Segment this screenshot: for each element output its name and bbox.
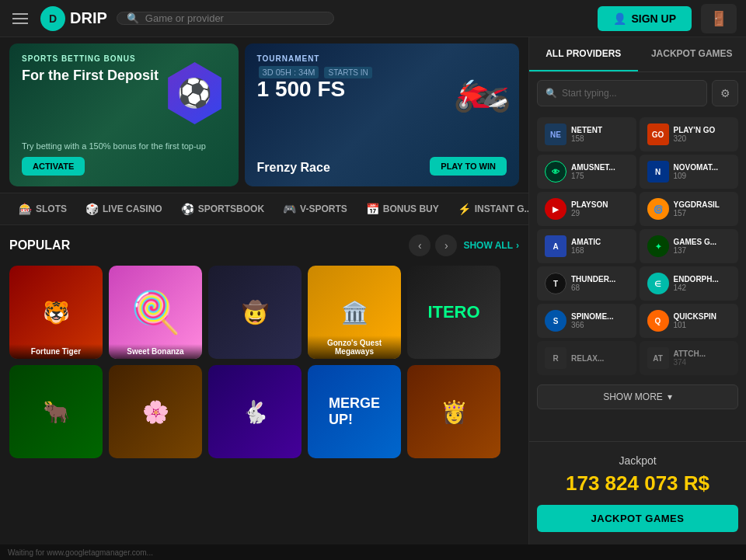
banner-tournament[interactable]: TOURNAMENT 3D 05H : 34M STARTS IN 1 500 … [245, 43, 519, 186]
amatic-logo: A [545, 235, 566, 257]
game-card-bg: 🌸 [109, 365, 202, 458]
game-card-bg: MERGEUP! [308, 365, 401, 458]
gamesglobal-name: GAMES G... [674, 238, 731, 246]
tab-all-providers[interactable]: ALL PROVIDERS [529, 37, 638, 71]
tab-bonus-buy[interactable]: 📅 BONUS BUY [357, 198, 448, 220]
signup-button[interactable]: 👤 SIGN UP [598, 6, 692, 31]
login-button[interactable]: 🚪 [701, 4, 737, 33]
playson-name: PLAYSON [571, 200, 629, 209]
instant-games-icon: ⚡ [458, 203, 471, 215]
yggdrasil-count: 157 [674, 209, 731, 217]
provider-gamesglobal[interactable]: ✦ GAMES G... 137 [640, 229, 739, 263]
banner-2-timer: 3D 05H : 34M STARTS IN [257, 68, 372, 77]
provider-thunderkick[interactable]: T THUNDER... 68 [537, 266, 636, 301]
tab-vsports[interactable]: 🎮 V-SPORTS [274, 198, 357, 220]
provider-spinomenal[interactable]: S SPINOME... 366 [537, 304, 636, 338]
game-card-fortune-rabbit[interactable]: 🐇 [208, 365, 302, 458]
game-card-bg: ITERO [407, 266, 500, 359]
provider-relax[interactable]: R RELAX... [537, 341, 636, 375]
filter-button[interactable]: ⚙ [712, 80, 738, 106]
provider-search-field[interactable]: 🔍 Start typing... [537, 80, 707, 106]
banner-2-amount: 1 500 FS [257, 77, 372, 102]
search-icon: 🔍 [127, 12, 139, 24]
playngo-name: PLAY'N GO [674, 126, 731, 134]
provider-attach[interactable]: AT ATTCH... 374 [640, 341, 739, 375]
banner-2-title: Frenzy Race [257, 161, 330, 175]
playngo-count: 320 [674, 134, 731, 143]
games-row-2: 🐂 🌸 🐇 MERGEUP! 👸 [9, 365, 519, 458]
tab-slots[interactable]: 🎰 SLOTS [9, 198, 76, 220]
content-area: SPORTS BETTING BONUS For the First Depos… [0, 37, 528, 544]
prev-arrow-button[interactable]: ‹ [409, 235, 431, 256]
yggdrasil-logo: 🌀 [647, 198, 669, 220]
banner-2-play-button[interactable]: PLAY TO WIN [430, 157, 507, 176]
user-icon: 👤 [613, 12, 626, 25]
header: D DRIP 🔍 👤 SIGN UP 🚪 [0, 0, 746, 37]
provider-playngo[interactable]: GO PLAY'N GO 320 [640, 117, 739, 151]
tab-jackpot-games[interactable]: JACKPOT GAMES [638, 37, 747, 71]
banner-2-tag: TOURNAMENT [257, 54, 372, 63]
menu-button[interactable] [9, 10, 31, 27]
attach-count: 374 [674, 358, 731, 367]
attach-name: ATTCH... [674, 350, 731, 358]
amatic-count: 168 [571, 246, 629, 255]
novomatic-logo: N [647, 161, 669, 183]
quickspin-count: 101 [674, 321, 731, 329]
tab-live-casino[interactable]: 🎲 LIVE CASINO [76, 198, 172, 220]
endorphina-name: ENDORPH... [674, 275, 731, 283]
game-card-bg: 🐇 [208, 365, 302, 458]
logo[interactable]: D DRIP [40, 6, 107, 31]
jackpot-label: Jackpot [537, 454, 738, 467]
status-bar: Waiting for www.googletagmanager.com... [0, 544, 746, 560]
game-card-fortune-ox[interactable]: 🐂 [9, 365, 103, 458]
bonus-buy-icon: 📅 [366, 203, 379, 215]
game-card-adventurer[interactable]: 🤠 [208, 266, 302, 359]
game-card-name: Fortune Tiger [9, 344, 103, 359]
show-all-button[interactable]: SHOW ALL › [463, 240, 519, 251]
spinomenal-name: SPINOME... [571, 312, 629, 321]
motorcycle-icon: 🏍️ [453, 59, 511, 114]
status-text: Waiting for www.googletagmanager.com... [8, 548, 153, 557]
tab-instant-games[interactable]: ⚡ INSTANT G... [448, 198, 528, 220]
sportsbook-icon: ⚽ [181, 203, 194, 215]
jackpot-games-button[interactable]: JACKPOT GAMES [537, 505, 738, 532]
tab-sportsbook[interactable]: ⚽ SPORTSBOOK [172, 198, 274, 220]
provider-novomatic[interactable]: N NOVOMAT... 109 [640, 155, 739, 189]
banner-sports[interactable]: SPORTS BETTING BONUS For the First Depos… [9, 43, 239, 186]
attach-logo: AT [647, 347, 669, 369]
amusnet-count: 175 [571, 172, 629, 180]
quickspin-name: QUICKSPIN [674, 312, 731, 321]
gamesglobal-logo: ✦ [647, 235, 669, 257]
vsports-icon: 🎮 [283, 203, 296, 215]
spinomenal-count: 366 [571, 321, 629, 329]
game-card-merge-up[interactable]: MERGEUP! [308, 365, 401, 458]
provider-netent[interactable]: NE NETENT 158 [537, 117, 636, 151]
game-card-sunlight-princess[interactable]: 👸 [407, 365, 500, 458]
search-input[interactable] [145, 12, 324, 24]
search-bar[interactable]: 🔍 [117, 12, 334, 25]
logo-text: DRIP [70, 9, 107, 27]
spinomenal-logo: S [545, 310, 566, 332]
provider-playson[interactable]: ▶ PLAYSON 29 [537, 192, 636, 226]
provider-endorphina[interactable]: ∈ ENDORPH... 142 [640, 266, 739, 301]
provider-yggdrasil[interactable]: 🌀 YGGDRASIL 157 [640, 192, 739, 226]
game-card-sweet-bonanza[interactable]: 🍭 Sweet Bonanza [109, 266, 202, 359]
netent-name: NETENT [571, 126, 629, 134]
game-card-egypt-fire[interactable]: 🌸 [109, 365, 202, 458]
game-card-itero[interactable]: ITERO [407, 266, 500, 359]
playson-count: 29 [571, 209, 629, 217]
banner-1-sub: Try betting with a 150% bonus for the fi… [22, 141, 226, 152]
nav-tabs: 🎰 SLOTS 🎲 LIVE CASINO ⚽ SPORTSBOOK 🎮 V-S… [0, 193, 528, 225]
sidebar: ALL PROVIDERS JACKPOT GAMES 🔍 Start typi… [528, 37, 746, 544]
game-card-fortune-tiger[interactable]: 🐯 Fortune Tiger [9, 266, 103, 359]
next-arrow-button[interactable]: › [435, 235, 457, 256]
banner-1-activate-button[interactable]: ACTIVATE [22, 157, 85, 176]
provider-amatic[interactable]: A AMATIC 168 [537, 229, 636, 263]
amatic-name: AMATIC [571, 238, 629, 246]
logo-icon: D [40, 6, 65, 31]
show-more-button[interactable]: SHOW MORE ▾ [537, 384, 738, 409]
provider-quickspin[interactable]: Q QUICKSPIN 101 [640, 304, 739, 338]
game-card-name: Sweet Bonanza [109, 344, 202, 359]
provider-amusnet[interactable]: 👁 AMUSNET... 175 [537, 155, 636, 189]
game-card-gonzos-quest[interactable]: 🏛️ Gonzo's Quest Megaways [308, 266, 401, 359]
